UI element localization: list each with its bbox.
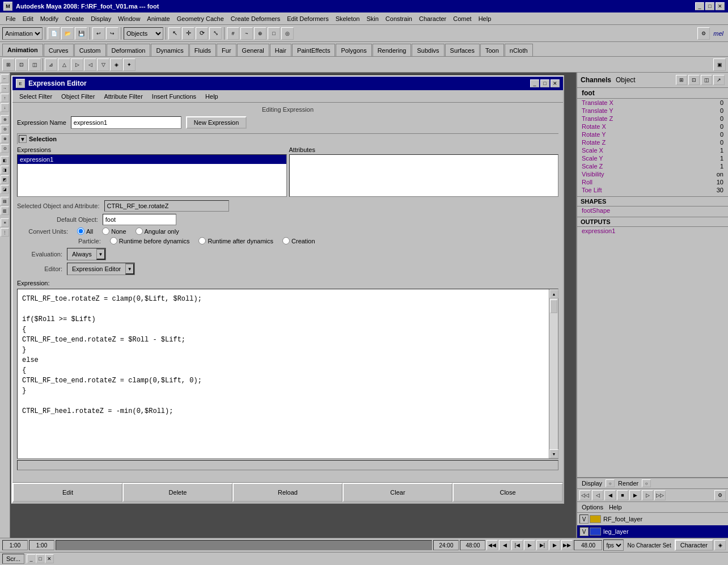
step-back-btn[interactable]: |◀ (511, 540, 523, 550)
menu-help[interactable]: Help (475, 14, 495, 23)
selection-expand-btn[interactable]: ▼ (19, 135, 27, 143)
menu-geometry-cache[interactable]: Geometry Cache (173, 14, 227, 23)
layers-next-btn[interactable]: ▷▷ (654, 490, 666, 500)
tool7-icon[interactable]: ◁ (84, 58, 96, 71)
snap-point-icon[interactable]: ⊕ (254, 27, 266, 40)
tab-rendering[interactable]: Rendering (373, 44, 412, 56)
tool1-icon[interactable]: ⊞ (2, 58, 15, 71)
layers-step-back-btn[interactable]: ◁ (592, 490, 603, 500)
scroll-up-btn[interactable]: ▲ (549, 289, 558, 298)
left-tool-4[interactable]: ↓ (1, 103, 9, 112)
left-tool-14[interactable]: ▥ (1, 206, 9, 215)
channel-visibility[interactable]: Visibility on (577, 170, 728, 178)
convert-none-radio[interactable]: None (102, 227, 126, 235)
left-tool-11[interactable]: ◩ (1, 175, 9, 184)
layers-help-menu[interactable]: Help (607, 503, 624, 511)
snap-live-icon[interactable]: ◎ (281, 27, 294, 40)
character-set-btn[interactable]: Character (675, 539, 713, 551)
attributes-list[interactable] (289, 154, 559, 197)
menu-skeleton[interactable]: Skeleton (332, 14, 363, 23)
left-tool-15[interactable]: ≡ (1, 218, 9, 227)
editor-dropdown[interactable]: Expression Editor ▼ (67, 263, 135, 275)
render-settings-icon[interactable]: ⚙ (697, 27, 710, 40)
menu-character[interactable]: Character (416, 14, 450, 23)
shapes-item[interactable]: footShape (577, 206, 728, 214)
left-tool-6[interactable]: ⊖ (1, 125, 9, 133)
redo-icon[interactable]: ↪ (106, 27, 118, 40)
scroll-thumb[interactable] (550, 300, 557, 313)
tab-fur[interactable]: Fur (217, 44, 236, 56)
menu-window[interactable]: Window (115, 14, 143, 23)
next-frame-btn[interactable]: ▶ (549, 540, 560, 550)
close-window-btn[interactable]: Close (452, 483, 563, 502)
menu-create[interactable]: Create (62, 14, 87, 23)
left-tool-8[interactable]: ⊙ (1, 144, 9, 153)
time-end2-input[interactable]: 48:00 (460, 540, 485, 550)
expr-close-btn[interactable]: ✕ (551, 79, 560, 87)
expr-menu-insert-functions[interactable]: Insert Functions (149, 92, 200, 101)
tab-general[interactable]: General (237, 44, 269, 56)
menu-skin[interactable]: Skin (363, 14, 382, 23)
menu-constrain[interactable]: Constrain (382, 14, 416, 23)
channel-scale-x[interactable]: Scale X 1 (577, 146, 728, 154)
layers-menu-display[interactable]: Display (579, 479, 604, 487)
new-expression-btn[interactable]: New Expression (186, 116, 247, 129)
tab-custom[interactable]: Custom (74, 44, 106, 56)
expression-textarea[interactable]: CTRL_RF_toe.rotateZ = clamp(0,$Lift, $Ro… (18, 289, 549, 458)
menu-modify[interactable]: Modify (37, 14, 62, 23)
channels-icon-1[interactable]: ⊞ (676, 75, 687, 85)
menu-comet[interactable]: Comet (450, 14, 475, 23)
snap-curve-icon[interactable]: ~ (240, 27, 253, 40)
menu-edit[interactable]: Edit (19, 14, 37, 23)
close-btn[interactable]: ✕ (716, 2, 725, 10)
left-tool-12[interactable]: ◪ (1, 185, 9, 193)
runtime-before-radio[interactable]: Runtime before dynamics (110, 237, 190, 244)
status-item-scr[interactable]: Scr... (2, 554, 24, 564)
default-obj-input[interactable] (103, 214, 176, 225)
time-start-input[interactable]: 1:00 (2, 540, 28, 550)
layers-stop-btn[interactable]: ■ (617, 490, 628, 500)
undo-icon[interactable]: ↩ (92, 27, 105, 40)
select-tool-icon[interactable]: ↖ (168, 27, 181, 40)
expr-menu-select-filter[interactable]: Select Filter (16, 92, 56, 101)
left-tool-5[interactable]: ⊕ (1, 115, 9, 124)
edit-btn[interactable]: Edit (12, 483, 122, 502)
minimize-btn[interactable]: _ (695, 2, 704, 10)
tool5-icon[interactable]: △ (58, 58, 70, 71)
snap-view-icon[interactable]: □ (268, 27, 280, 40)
convert-angular-radio[interactable]: Angular only (136, 227, 179, 235)
left-tool-16[interactable]: ⋮ (1, 228, 9, 237)
move-tool-icon[interactable]: ✛ (182, 27, 194, 40)
channel-scale-y[interactable]: Scale Y 1 (577, 154, 728, 162)
expression-list-item-0[interactable]: expression1 (18, 155, 286, 164)
tab-subdivs[interactable]: Subdivs (412, 44, 444, 56)
new-scene-icon[interactable]: 📄 (48, 27, 60, 40)
menu-display[interactable]: Display (87, 14, 115, 23)
expr-menu-help[interactable]: Help (202, 92, 222, 101)
expr-minimize-btn[interactable]: _ (530, 79, 539, 87)
clear-btn[interactable]: Clear (342, 483, 452, 502)
left-tool-7[interactable]: ⊗ (1, 134, 9, 143)
tool6-icon[interactable]: ▷ (71, 58, 83, 71)
channel-roll[interactable]: Roll 10 (577, 178, 728, 186)
channel-translate-x[interactable]: Translate X 0 (577, 99, 728, 107)
layer-v-0[interactable]: V (579, 515, 589, 524)
tab-painteffects[interactable]: PaintEffects (292, 44, 336, 56)
layers-radio-render[interactable]: ○ (642, 479, 651, 487)
delete-btn[interactable]: Delete (122, 483, 232, 502)
channels-icon-4[interactable]: ↗ (713, 75, 725, 85)
layers-options-menu[interactable]: Options (579, 503, 606, 511)
tab-animation[interactable]: Animation (2, 44, 43, 56)
right-panel-toggle-icon[interactable]: ▣ (713, 58, 726, 71)
outputs-item[interactable]: expression1 (577, 227, 728, 235)
layers-prev-btn[interactable]: ◁◁ (579, 490, 591, 500)
scroll-down-btn[interactable]: ▼ (549, 449, 558, 458)
runtime-after-radio[interactable]: Runtime after dynamics (198, 237, 273, 244)
tab-toon[interactable]: Toon (480, 44, 504, 56)
channels-icon-3[interactable]: ◫ (701, 75, 712, 85)
menu-animate[interactable]: Animate (143, 14, 173, 23)
mode-select[interactable]: Animation (2, 27, 43, 40)
snap-grid-icon[interactable]: # (227, 27, 239, 40)
play-fwd-btn[interactable]: ▶▶ (561, 540, 573, 550)
status-minimize-btn[interactable]: _ (27, 554, 36, 563)
